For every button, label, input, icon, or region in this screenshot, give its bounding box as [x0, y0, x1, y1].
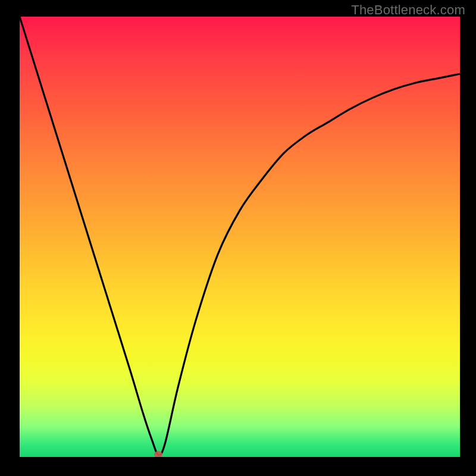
chart-frame: TheBottleneck.com [0, 0, 476, 476]
watermark-text: TheBottleneck.com [351, 2, 465, 18]
optimal-point-marker [154, 451, 162, 457]
curve-path [20, 17, 460, 455]
bottleneck-curve [20, 17, 460, 457]
plot-area [20, 17, 460, 457]
